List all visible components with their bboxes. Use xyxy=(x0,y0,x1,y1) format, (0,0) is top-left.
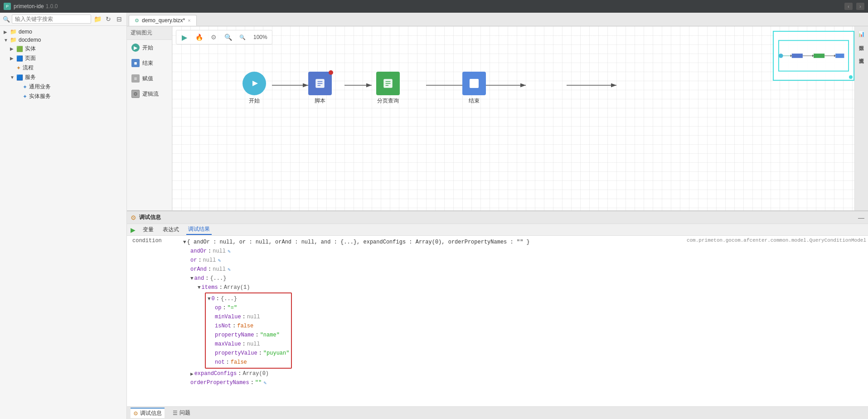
zoom-level: 100% xyxy=(252,34,269,40)
folder-icon[interactable]: 📁 xyxy=(93,15,102,24)
svg-marker-23 xyxy=(812,54,814,57)
logic-item-start[interactable]: ▶ 开始 xyxy=(127,40,172,55)
tree-item-0-header: ▼ 0 : {...} xyxy=(208,294,289,303)
tree-item-docdemo[interactable]: ▼ 📁 docdemo xyxy=(0,36,126,44)
debug-tab-result[interactable]: 调试结果 xyxy=(186,224,212,235)
tree-label: docdemo xyxy=(19,37,41,43)
edit-orderpropertynames-icon[interactable]: ✎ xyxy=(263,380,267,386)
tree-label: demo xyxy=(19,29,32,35)
tree-maxvalue: maxValue : null xyxy=(208,340,289,349)
tree-toggle-expandconfigs[interactable]: ▶ xyxy=(190,371,194,377)
debug-panel: ⚙ 调试信息 — ▶ 变量 表达式 调试结果 condition ▼ xyxy=(127,210,868,419)
debug-type: com.primeton.gocom.afcenter.common.model… xyxy=(687,238,866,243)
search-input[interactable] xyxy=(12,15,91,24)
resource-label-offline[interactable]: 离线资源 xyxy=(858,53,865,56)
logic-item-label: 开始 xyxy=(142,44,153,52)
debug-titlebar: ⚙ 调试信息 — xyxy=(127,211,868,224)
tab-demo-query[interactable]: ⚙ demo_query.bizx* × xyxy=(129,15,197,26)
node-script[interactable]: 脚本 xyxy=(308,72,332,105)
tree-toggle-0[interactable]: ▼ xyxy=(208,296,211,302)
mini-map xyxy=(773,31,854,81)
service-icon: ✦ xyxy=(23,84,27,90)
main-layout: 🔍 📁 ↻ ⊟ ▶ 📁 demo ▼ 📁 docdemo ▶ 🟩 xyxy=(0,13,868,419)
footer-tab-issues[interactable]: ☰ 问题 xyxy=(170,408,193,418)
tab-close-button[interactable]: × xyxy=(188,18,190,23)
tree-isnot: isNot : false xyxy=(208,322,289,331)
footer-tab-issues-label: 问题 xyxy=(179,409,190,417)
sidebar-search-bar: 🔍 📁 ↻ ⊟ xyxy=(0,13,126,26)
logic-item-assign[interactable]: ≡ 赋值 xyxy=(127,71,172,86)
footer-issues-icon: ☰ xyxy=(173,410,178,416)
tree-item-service[interactable]: ▼ 🟦 服务 xyxy=(0,73,126,82)
tree-toggle-and[interactable]: ▼ xyxy=(190,276,194,281)
right-panel: ⚙ demo_query.bizx* × 逻辑图元 ▶ 开始 ■ 结束 ≡ xyxy=(127,13,868,419)
tree-toggle-items[interactable]: ▼ xyxy=(198,285,201,290)
forward-button[interactable]: › xyxy=(856,3,864,10)
folder-icon: 📁 xyxy=(10,29,17,35)
tree-item-page[interactable]: ▶ 🟦 页面 xyxy=(0,54,126,63)
resource-label-datasource[interactable]: 数据源 xyxy=(858,40,865,44)
tree-op: op : "=" xyxy=(208,303,289,312)
node-end[interactable]: 结束 xyxy=(462,72,486,105)
tree-minvalue: minValue : null xyxy=(208,312,289,322)
flow-icon: ✦ xyxy=(16,65,21,71)
folder-icon: 📁 xyxy=(10,37,17,43)
zoom-out-button[interactable]: 🔍 xyxy=(237,32,248,43)
tree-toggle[interactable]: ▼ xyxy=(183,239,186,245)
file-tree: ▶ 📁 demo ▼ 📁 docdemo ▶ 🟩 实体 ▶ 🟦 页面 xyxy=(0,26,126,419)
assign-icon: ≡ xyxy=(131,74,140,83)
tree-item-demo[interactable]: ▶ 📁 demo xyxy=(0,28,126,36)
logic-item-logic-flow[interactable]: ⚙ 逻辑流 xyxy=(127,86,172,102)
flow-arrows xyxy=(172,26,854,210)
tree-root-line: ▼ { andOr : null, or : null, orAnd : nul… xyxy=(183,238,687,247)
svg-marker-24 xyxy=(834,54,835,57)
tree-label: 实体服务 xyxy=(29,93,51,100)
tree-item-general-service[interactable]: ✦ 通用业务 xyxy=(0,82,126,92)
logic-item-label: 赋值 xyxy=(142,75,153,83)
edit-or-icon[interactable]: ✎ xyxy=(218,258,221,263)
tree-item-entity-service[interactable]: ✦ 实体服务 xyxy=(0,92,126,101)
tree-not: not : false xyxy=(208,358,289,367)
collapse-icon[interactable]: ⊟ xyxy=(115,15,124,24)
settings-button[interactable]: ⚙ xyxy=(208,32,219,43)
debug-tabs: ▶ 变量 表达式 调试结果 xyxy=(127,224,868,236)
tree-root-summary: { andOr : null, or : null, orAnd : null,… xyxy=(187,239,530,245)
tree-and: ▼ and : {...} xyxy=(183,274,687,283)
refresh-icon[interactable]: ↻ xyxy=(104,15,113,24)
fire-button[interactable]: 🔥 xyxy=(194,32,204,43)
logic-item-label: 结束 xyxy=(142,59,153,67)
tree-propertyvalue: propertyValue : "puyuan" xyxy=(208,349,289,358)
back-button[interactable]: ‹ xyxy=(844,3,853,10)
page-icon: 🟦 xyxy=(16,55,23,62)
main-canvas[interactable]: ▶ 🔥 ⚙ 🔍 🔍 100% xyxy=(172,26,854,210)
node-query[interactable]: 分页查询 xyxy=(376,72,400,105)
tree-label: 流程 xyxy=(23,64,34,72)
play-button[interactable]: ▶ xyxy=(179,32,190,43)
footer-tab-debug-label: 调试信息 xyxy=(140,409,162,417)
logic-item-end[interactable]: ■ 结束 xyxy=(127,55,172,71)
debug-close-button[interactable]: — xyxy=(858,214,864,221)
tree-arrow: ▶ xyxy=(10,56,16,61)
debug-tab-variable[interactable]: 变量 xyxy=(141,225,155,234)
debug-tab-expression[interactable]: 表达式 xyxy=(161,225,181,234)
titlebar: P primeton-ide 1.0.0 ‹ › xyxy=(0,0,868,13)
debug-variable-tree: ▼ { andOr : null, or : null, orAnd : nul… xyxy=(183,238,687,387)
tree-arrow: ▶ xyxy=(10,46,16,51)
footer-tab-debug[interactable]: ⚙ 调试信息 xyxy=(131,408,165,418)
tree-expandconfigs: ▶ expandConfigs : Array(0) xyxy=(183,369,687,378)
zoom-in-button[interactable]: 🔍 xyxy=(223,32,233,43)
debug-variable-row: condition ▼ { andOr : null, or : null, o… xyxy=(129,238,866,387)
edit-orand-icon[interactable]: ✎ xyxy=(228,267,231,273)
tree-propertyname: propertyName : "name" xyxy=(208,331,289,340)
footer-debug-icon: ⚙ xyxy=(133,410,138,417)
tree-item-flow[interactable]: ✦ 流程 xyxy=(0,63,126,73)
app-title: primeton-ide xyxy=(14,3,44,10)
tree-item-entity[interactable]: ▶ 🟩 实体 xyxy=(0,44,126,54)
debug-content: condition ▼ { andOr : null, or : null, o… xyxy=(127,236,868,406)
edit-andor-icon[interactable]: ✎ xyxy=(228,248,231,254)
debug-variable-name: condition xyxy=(129,238,183,244)
node-start[interactable]: 开始 xyxy=(242,72,266,105)
debug-run-icon[interactable]: ▶ xyxy=(131,226,136,234)
service-icon: 🟦 xyxy=(16,74,23,81)
tree-label: 通用业务 xyxy=(29,83,51,91)
